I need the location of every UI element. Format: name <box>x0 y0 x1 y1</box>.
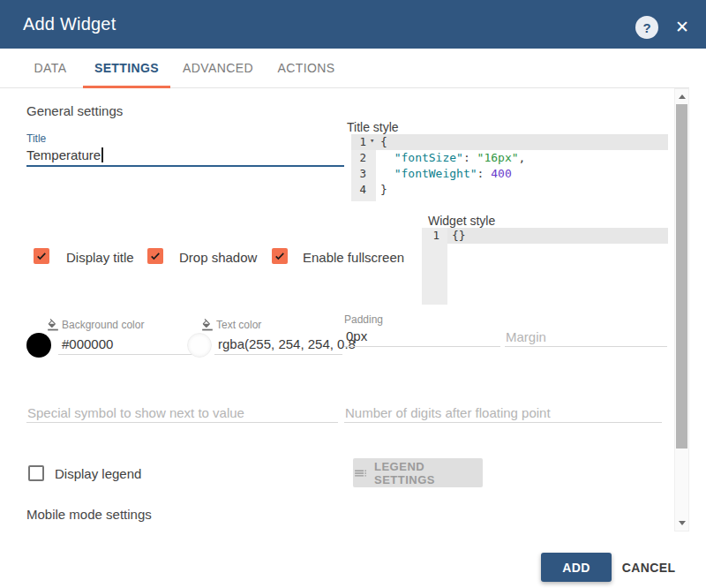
line-number: 1 <box>422 228 439 244</box>
special-symbol-underline <box>26 422 338 423</box>
display-title-checkbox[interactable] <box>34 248 49 264</box>
scrollbar[interactable] <box>674 88 689 531</box>
scroll-up-arrow[interactable] <box>675 90 688 103</box>
legend-settings-button[interactable]: LEGEND SETTINGS <box>353 458 483 487</box>
display-legend-checkbox[interactable] <box>28 465 44 481</box>
legend-settings-label: LEGEND SETTINGS <box>374 460 483 486</box>
title-input[interactable]: Temperature <box>26 147 103 162</box>
add-button[interactable]: ADD <box>541 553 612 582</box>
text-color-label: Text color <box>216 319 261 331</box>
checkmark-icon <box>35 250 48 262</box>
color-fill-icon <box>47 319 59 331</box>
help-button[interactable]: ? <box>635 16 658 39</box>
close-icon[interactable]: ✕ <box>671 15 694 38</box>
tab-actions[interactable]: ACTIONS <box>266 49 347 87</box>
widget-style-label: Widget style <box>428 214 495 228</box>
text-color-input[interactable]: rgba(255, 254, 254, 0.8 <box>218 336 356 351</box>
decimals-underline <box>344 422 662 423</box>
cancel-button[interactable]: CANCEL <box>618 553 680 582</box>
general-settings-heading: General settings <box>26 103 123 118</box>
background-color-label: Background color <box>62 319 144 331</box>
special-symbol-input[interactable]: Special symbol to show next to value <box>27 405 244 420</box>
display-legend-label: Display legend <box>55 466 141 481</box>
title-style-label: Title style <box>347 120 399 134</box>
widget-style-code-editor[interactable]: 1 {} <box>422 228 668 305</box>
tab-settings[interactable]: SETTINGS <box>83 49 170 87</box>
scroll-down-arrow[interactable] <box>675 516 688 530</box>
line-number: 4 <box>351 182 366 198</box>
dialog-title: Add Widget <box>23 14 116 34</box>
enable-fullscreen-label: Enable fullscreen <box>303 250 404 265</box>
text-cursor <box>101 147 103 162</box>
tab-data[interactable]: DATA <box>18 49 83 87</box>
add-widget-dialog: Add Widget ? ✕ DATA SETTINGS ADVANCED AC… <box>0 0 706 588</box>
text-color-underline <box>214 354 342 355</box>
line-number: 1 <box>351 134 366 150</box>
drop-shadow-checkbox[interactable] <box>147 248 163 264</box>
title-style-code-editor[interactable]: 1 ▾ 2 3 4 { "fontSize": "16px", "fontWei… <box>351 134 668 201</box>
background-color-underline <box>58 354 206 355</box>
line-number: 3 <box>351 166 366 182</box>
mobile-mode-heading: Mobile mode settings <box>26 507 152 522</box>
background-color-input[interactable]: #000000 <box>62 336 113 351</box>
enable-fullscreen-checkbox[interactable] <box>272 248 288 264</box>
checkmark-icon <box>274 250 286 262</box>
margin-input[interactable]: Margin <box>506 329 546 344</box>
drop-shadow-label: Drop shadow <box>179 250 257 265</box>
editor-active-line <box>447 228 668 244</box>
dialog-footer: ADD CANCEL <box>0 531 706 588</box>
dialog-header: Add Widget ? ✕ <box>0 0 706 49</box>
code-text: } <box>380 183 387 196</box>
text-color-swatch[interactable] <box>187 333 212 358</box>
code-text: "fontSize": "16px", <box>380 150 525 166</box>
title-field-label: Title <box>26 132 46 145</box>
checkmark-icon <box>149 250 161 262</box>
scrollbar-thumb[interactable] <box>676 104 687 449</box>
decimals-input[interactable]: Number of digits after floating point <box>345 405 551 420</box>
padding-underline <box>344 346 500 347</box>
line-number: 2 <box>351 150 366 166</box>
padding-input[interactable]: 0px <box>346 328 367 343</box>
help-icon: ? <box>642 20 650 35</box>
toc-icon <box>353 465 368 481</box>
code-text: "fontWeight": 400 <box>380 166 512 182</box>
title-input-underline <box>26 165 344 167</box>
dialog-content: General settings Title Temperature Title… <box>0 88 674 531</box>
background-color-swatch[interactable] <box>26 333 51 358</box>
fold-arrow-icon[interactable]: ▾ <box>370 136 374 145</box>
tab-advanced[interactable]: ADVANCED <box>170 49 266 87</box>
code-text: {} <box>452 229 466 242</box>
padding-label: Padding <box>344 313 383 326</box>
margin-underline <box>505 346 667 347</box>
editor-active-line <box>351 134 668 150</box>
display-title-label: Display title <box>66 250 134 265</box>
tab-bar: DATA SETTINGS ADVANCED ACTIONS <box>0 49 689 88</box>
code-text: { <box>380 135 387 148</box>
color-fill-icon <box>201 319 214 331</box>
